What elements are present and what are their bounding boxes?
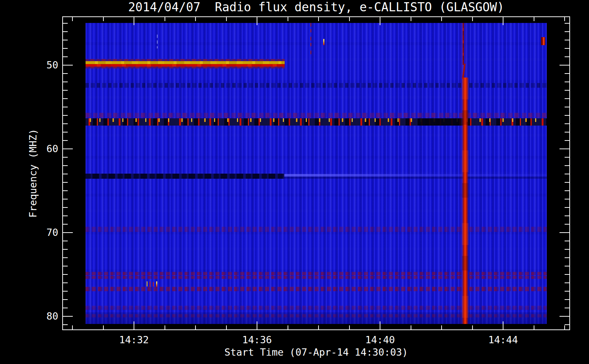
- x-tick-top-5: [226, 17, 227, 21]
- x-tick-label-1432: 14:32: [108, 334, 159, 346]
- y-tick-right-80: [560, 316, 569, 317]
- cal-band-50mhz-purple-bottom: [86, 67, 285, 68]
- y-tick-right-60: [560, 149, 569, 149]
- y-tick-left-75: [63, 274, 68, 275]
- dashed-red-vline: [311, 23, 311, 56]
- x-tick-top-6: [257, 17, 257, 25]
- y-tick-right-72: [565, 249, 569, 250]
- rfi-75mhz-upper: [86, 272, 547, 275]
- y-tick-left-66: [63, 199, 68, 199]
- y-tick-left-56: [63, 115, 68, 116]
- x-tick-bottom-16: [564, 325, 565, 329]
- x-tick-top-8: [318, 17, 319, 21]
- y-tick-right-52: [565, 82, 569, 82]
- x-tick-top-9: [349, 17, 350, 21]
- y-tick-right-71: [565, 241, 569, 241]
- x-tick-top-15: [534, 17, 534, 21]
- x-tick-bottom-4: [195, 325, 196, 329]
- yellow-point: [323, 39, 324, 45]
- y-tick-left-79: [63, 308, 68, 308]
- spectrogram-page: { "title": "2014/04/07 Radio flux densit…: [0, 0, 589, 364]
- y-tick-right-51: [565, 73, 569, 74]
- y-tick-label-80: 80: [22, 311, 58, 322]
- x-tick-top-10: [380, 17, 380, 25]
- y-tick-left-62: [63, 165, 68, 166]
- channel-63mhz-right-dark: [284, 177, 547, 179]
- x-tick-bottom-0: [72, 325, 73, 329]
- y-tick-left-80: [63, 316, 73, 317]
- y-tick-right-65: [565, 190, 569, 191]
- y-tick-right-54: [565, 98, 569, 99]
- y-tick-right-49: [565, 56, 569, 57]
- y-tick-left-60: [63, 149, 73, 149]
- y-tick-left-55: [63, 107, 68, 107]
- x-tick-top-13: [472, 17, 473, 21]
- y-tick-left-73: [63, 257, 68, 258]
- y-tick-left-57: [63, 123, 68, 124]
- y-tick-right-50: [560, 65, 569, 66]
- y-tick-left-48: [63, 48, 68, 49]
- y-tick-left-67: [63, 207, 68, 208]
- y-tick-right-75: [565, 274, 569, 275]
- x-tick-bottom-15: [534, 325, 534, 329]
- y-tick-left-59: [63, 140, 68, 141]
- y-tick-left-65: [63, 190, 68, 191]
- absorption-63mhz-left: [86, 174, 284, 179]
- y-tick-right-77: [565, 291, 569, 292]
- y-tick-left-46: [63, 31, 68, 32]
- y-tick-left-47: [63, 40, 68, 40]
- x-tick-top-1: [103, 17, 104, 21]
- cal-band-50mhz-red: [86, 64, 285, 67]
- x-tick-bottom-14: [503, 321, 503, 329]
- y-tick-left-77: [63, 291, 68, 292]
- y-tick-right-73: [565, 257, 569, 258]
- x-tick-bottom-8: [318, 325, 319, 329]
- y-tick-right-62: [565, 165, 569, 166]
- cal-band-50mhz-yellow: [86, 61, 285, 64]
- y-tick-right-46: [565, 31, 569, 32]
- y-tick-right-53: [565, 90, 569, 91]
- y-tick-right-48: [565, 48, 569, 49]
- y-tick-left-45: [63, 23, 68, 24]
- x-tick-bottom-2: [134, 321, 134, 329]
- y-axis-title: Frequency (MHZ): [27, 129, 39, 218]
- y-tick-label-50: 50: [22, 60, 58, 71]
- y-tick-left-69: [63, 224, 68, 225]
- y-tick-left-81: [63, 324, 68, 325]
- rfi-purple-56mhz: [86, 113, 547, 118]
- y-tick-right-64: [565, 182, 569, 183]
- rfi-row-57mhz-dark-segment: [418, 118, 461, 126]
- x-tick-top-0: [72, 17, 73, 21]
- point-76mhz-yellow-1: [147, 281, 147, 286]
- y-tick-left-58: [63, 132, 68, 132]
- y-tick-left-72: [63, 249, 68, 250]
- rfi-70mhz: [86, 227, 547, 232]
- x-tick-bottom-13: [472, 325, 473, 329]
- rfi-79mhz: [86, 306, 547, 310]
- y-tick-right-55: [565, 107, 569, 107]
- x-tick-top-11: [411, 17, 411, 21]
- rfi-77mhz: [86, 287, 547, 291]
- y-tick-left-74: [63, 266, 68, 266]
- x-axis-title: Start Time (07-Apr-14 14:30:03): [62, 347, 570, 358]
- y-tick-right-78: [565, 299, 569, 300]
- x-tick-top-4: [195, 17, 196, 21]
- y-tick-left-54: [63, 98, 68, 99]
- y-tick-right-56: [565, 115, 569, 116]
- y-tick-right-57: [565, 123, 569, 124]
- x-tick-bottom-12: [441, 325, 442, 329]
- rfi-dash-52mhz: [86, 83, 547, 88]
- rfi-75mhz-lower: [86, 276, 547, 279]
- y-tick-right-45: [565, 23, 569, 24]
- y-tick-left-76: [63, 282, 68, 283]
- y-tick-left-78: [63, 299, 68, 300]
- y-tick-left-49: [63, 56, 68, 57]
- y-tick-left-53: [63, 90, 68, 91]
- x-tick-bottom-5: [226, 325, 227, 329]
- point-76mhz-red-2: [153, 282, 154, 286]
- y-tick-left-61: [63, 157, 68, 158]
- x-tick-bottom-7: [288, 325, 288, 329]
- y-tick-label-70: 70: [22, 227, 58, 238]
- x-tick-bottom-6: [257, 321, 257, 329]
- y-tick-left-70: [63, 232, 73, 233]
